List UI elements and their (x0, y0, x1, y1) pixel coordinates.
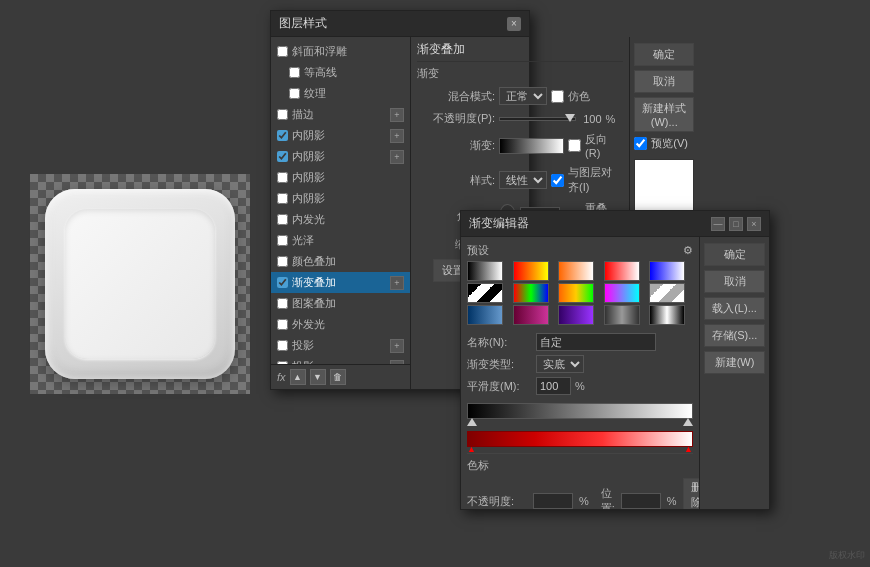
layer-item-4[interactable]: 内阴影+ (271, 125, 410, 146)
layer-item-5[interactable]: 内阴影+ (271, 146, 410, 167)
gear-icon[interactable]: ⚙ (683, 244, 693, 257)
preset-swatch-3[interactable] (604, 261, 640, 281)
layer-label-10: 颜色叠加 (292, 254, 336, 269)
layer-checkbox-11[interactable] (277, 277, 288, 288)
ge-cancel-button[interactable]: 取消 (704, 270, 765, 293)
delete-btn-1[interactable]: 删除(D) (683, 478, 699, 509)
reverse-checkbox[interactable] (568, 139, 581, 152)
red-stop-left[interactable]: ▲ (467, 444, 476, 454)
move-up-btn[interactable]: ▲ (290, 369, 306, 385)
layer-add-btn-4[interactable]: + (390, 129, 404, 143)
new-style-button[interactable]: 新建样式(W)... (634, 97, 694, 132)
ge-save-button[interactable]: 存储(S)... (704, 324, 765, 347)
layer-item-8[interactable]: 内发光 (271, 209, 410, 230)
layer-add-btn-5[interactable]: + (390, 150, 404, 164)
ge-content: 预设 ⚙ 名称(N): 渐变类型: 实底 平滑度(M): % (461, 237, 769, 509)
preset-swatch-12[interactable] (558, 305, 594, 325)
preset-swatch-6[interactable] (513, 283, 549, 303)
preview-checkbox[interactable] (634, 137, 647, 150)
dialog-titlebar: 图层样式 × (271, 11, 529, 37)
layer-checkbox-14[interactable] (277, 340, 288, 351)
layer-add-btn-11[interactable]: + (390, 276, 404, 290)
align-checkbox[interactable] (551, 174, 564, 187)
stop-right[interactable] (683, 418, 693, 426)
ge-load-button[interactable]: 载入(L)... (704, 297, 765, 320)
ok-button[interactable]: 确定 (634, 43, 694, 66)
layer-checkbox-3[interactable] (277, 109, 288, 120)
smoothness-label: 平滑度(M): (467, 379, 532, 394)
layer-item-1[interactable]: 等高线 (271, 62, 410, 83)
preset-swatch-14[interactable] (649, 305, 685, 325)
layer-item-12[interactable]: 图案叠加 (271, 293, 410, 314)
stop-opacity-input[interactable] (533, 493, 573, 509)
blend-mode-select[interactable]: 正常 (499, 87, 547, 105)
close-button[interactable]: × (507, 17, 521, 31)
layer-checkbox-4[interactable] (277, 130, 288, 141)
preset-swatch-1[interactable] (513, 261, 549, 281)
layer-checkbox-0[interactable] (277, 46, 288, 57)
layer-item-13[interactable]: 外发光 (271, 314, 410, 335)
preset-swatch-2[interactable] (558, 261, 594, 281)
ge-window-buttons: — □ × (711, 217, 761, 231)
layer-item-10[interactable]: 颜色叠加 (271, 251, 410, 272)
canvas-area (0, 0, 280, 567)
red-stop-right[interactable]: ▲ (684, 444, 693, 454)
layer-item-2[interactable]: 纹理 (271, 83, 410, 104)
layer-checkbox-2[interactable] (289, 88, 300, 99)
gradient-bar-red[interactable]: ▲ ▲ (467, 431, 693, 447)
layer-label-2: 纹理 (304, 86, 326, 101)
maximize-button[interactable]: □ (729, 217, 743, 231)
name-input[interactable] (536, 333, 656, 351)
type-row: 渐变类型: 实底 (467, 353, 693, 375)
color-stop-section: 色标 不透明度: % 位置: % 删除(D) 颜色: 位置: % 删除(D) (467, 453, 693, 509)
layer-item-15[interactable]: 投影+ (271, 356, 410, 364)
preset-swatch-8[interactable] (604, 283, 640, 303)
ge-new-button[interactable]: 新建(W) (704, 351, 765, 374)
layer-checkbox-6[interactable] (277, 172, 288, 183)
layer-item-6[interactable]: 内阴影 (271, 167, 410, 188)
layer-checkbox-10[interactable] (277, 256, 288, 267)
layer-label-4: 内阴影 (292, 128, 325, 143)
preset-swatch-13[interactable] (604, 305, 640, 325)
preset-swatch-7[interactable] (558, 283, 594, 303)
preset-swatch-9[interactable] (649, 283, 685, 303)
layer-add-btn-14[interactable]: + (390, 339, 404, 353)
gradient-bar[interactable] (467, 403, 693, 419)
ge-ok-button[interactable]: 确定 (704, 243, 765, 266)
style-row: 样式: 线性 与图层对齐(I) (417, 162, 623, 198)
minimize-button[interactable]: — (711, 217, 725, 231)
preset-swatch-4[interactable] (649, 261, 685, 281)
layer-checkbox-8[interactable] (277, 214, 288, 225)
preset-swatch-11[interactable] (513, 305, 549, 325)
layer-checkbox-13[interactable] (277, 319, 288, 330)
smoothness-input[interactable] (536, 377, 571, 395)
opacity-value: 100 (583, 113, 601, 125)
preset-swatch-10[interactable] (467, 305, 503, 325)
layer-checkbox-7[interactable] (277, 193, 288, 204)
move-down-btn[interactable]: ▼ (310, 369, 326, 385)
gradient-picker[interactable] (499, 138, 564, 154)
layer-item-0[interactable]: 斜面和浮雕 (271, 41, 410, 62)
layer-item-14[interactable]: 投影+ (271, 335, 410, 356)
style-select[interactable]: 线性 (499, 171, 547, 189)
layer-label-12: 图案叠加 (292, 296, 336, 311)
stop-pos-input1[interactable] (621, 493, 661, 509)
ge-close-button[interactable]: × (747, 217, 761, 231)
layer-checkbox-1[interactable] (289, 67, 300, 78)
preset-swatch-0[interactable] (467, 261, 503, 281)
layer-item-11[interactable]: 渐变叠加+ (271, 272, 410, 293)
layer-add-btn-3[interactable]: + (390, 108, 404, 122)
layer-checkbox-9[interactable] (277, 235, 288, 246)
layer-checkbox-5[interactable] (277, 151, 288, 162)
layer-item-9[interactable]: 光泽 (271, 230, 410, 251)
type-select[interactable]: 实底 (536, 355, 584, 373)
layer-checkbox-12[interactable] (277, 298, 288, 309)
cancel-button[interactable]: 取消 (634, 70, 694, 93)
stop-left[interactable] (467, 418, 477, 426)
layer-item-3[interactable]: 描边+ (271, 104, 410, 125)
delete-layer-btn[interactable]: 🗑 (330, 369, 346, 385)
opacity-stop-row: 不透明度: % 位置: % 删除(D) (467, 476, 693, 509)
layer-item-7[interactable]: 内阴影 (271, 188, 410, 209)
simulate-checkbox[interactable] (551, 90, 564, 103)
preset-swatch-5[interactable] (467, 283, 503, 303)
